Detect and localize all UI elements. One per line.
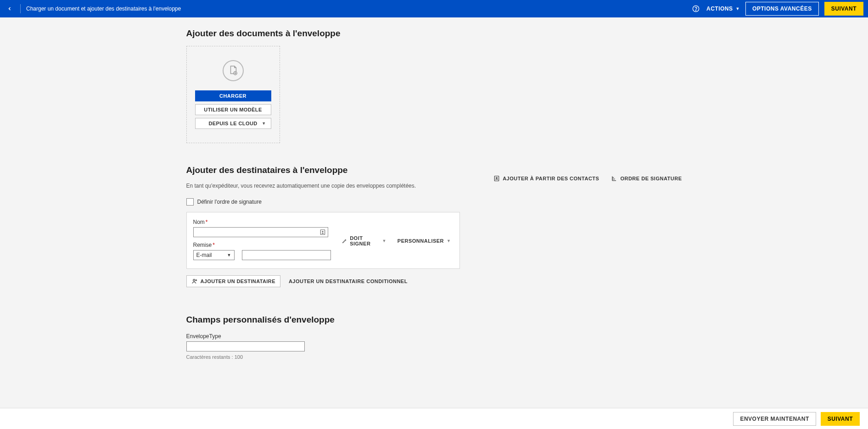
page-title: Charger un document et ajouter des desti…: [26, 6, 181, 12]
svg-point-8: [322, 231, 323, 232]
contact-picker-icon[interactable]: [319, 228, 326, 236]
back-button[interactable]: [5, 4, 15, 14]
name-label: Nom*: [193, 219, 331, 225]
remise-label: Remise*: [193, 242, 331, 248]
upload-dropzone[interactable]: CHARGER UTILISER UN MODÈLE DEPUIS LE CLO…: [186, 46, 280, 143]
caret-down-icon: ▼: [447, 239, 451, 243]
add-from-contacts-label: AJOUTER À PARTIR DES CONTACTS: [503, 176, 599, 181]
add-recipient-button[interactable]: AJOUTER UN DESTINATAIRE: [186, 275, 280, 287]
actions-label: ACTIONS: [706, 6, 733, 12]
load-button[interactable]: CHARGER: [195, 90, 271, 101]
customize-dropdown[interactable]: PERSONNALISER ▼: [398, 222, 451, 260]
contacts-icon: [493, 175, 500, 182]
name-input[interactable]: [193, 227, 328, 237]
email-input[interactable]: [242, 250, 331, 260]
recipient-card: Nom* Remise* E-mail ▼: [186, 212, 460, 269]
required-mark: *: [213, 242, 215, 248]
svg-point-6: [496, 177, 498, 178]
document-upload-icon: [223, 60, 244, 81]
define-order-checkbox[interactable]: [186, 198, 194, 206]
envelope-type-input[interactable]: [186, 341, 305, 351]
caret-down-icon: ▼: [382, 239, 386, 243]
svg-point-1: [695, 10, 696, 11]
name-label-text: Nom: [193, 219, 205, 225]
next-button-bottom[interactable]: SUIVANT: [821, 412, 860, 426]
bottom-bar: ENVOYER MAINTENANT SUIVANT: [0, 408, 868, 429]
delivery-selected: E-mail: [196, 252, 212, 258]
required-mark: *: [206, 219, 208, 225]
next-button-top[interactable]: SUIVANT: [824, 2, 863, 16]
caret-down-icon: ▼: [227, 253, 231, 257]
remise-label-text: Remise: [193, 242, 212, 248]
custom-fields-heading: Champs personnalisés d'enveloppe: [186, 315, 682, 325]
main-content: Ajouter des documents à l'enveloppe CHAR…: [0, 17, 868, 408]
upload-heading: Ajouter des documents à l'enveloppe: [186, 28, 682, 39]
must-sign-label: DOIT SIGNER: [350, 235, 379, 246]
send-now-button[interactable]: ENVOYER MAINTENANT: [733, 412, 816, 426]
from-cloud-label: DEPUIS LE CLOUD: [208, 121, 257, 126]
add-recipient-label: AJOUTER UN DESTINATAIRE: [201, 279, 275, 284]
caret-down-icon: ▼: [736, 6, 740, 11]
svg-point-9: [193, 279, 195, 281]
help-icon: [692, 5, 700, 12]
recipients-subtext: En tant qu'expéditeur, vous recevrez aut…: [186, 183, 416, 189]
from-cloud-button[interactable]: DEPUIS LE CLOUD ▼: [195, 118, 271, 129]
recipients-heading: Ajouter des destinataires à l'enveloppe: [186, 165, 416, 175]
chevron-left-icon: [7, 6, 12, 11]
top-bar: Charger un document et ajouter des desti…: [0, 0, 868, 17]
use-template-button[interactable]: UTILISER UN MODÈLE: [195, 104, 271, 115]
must-sign-dropdown[interactable]: DOIT SIGNER ▼: [342, 222, 386, 260]
actions-dropdown[interactable]: ACTIONS ▼: [706, 6, 740, 12]
add-from-contacts-link[interactable]: AJOUTER À PARTIR DES CONTACTS: [493, 175, 599, 182]
add-conditional-recipient-link[interactable]: AJOUTER UN DESTINATAIRE CONDITIONNEL: [289, 275, 408, 287]
sign-order-link[interactable]: ORDRE DE SIGNATURE: [611, 175, 682, 182]
add-conditional-label: AJOUTER UN DESTINATAIRE CONDITIONNEL: [289, 279, 408, 284]
customize-label: PERSONNALISER: [398, 238, 444, 244]
caret-down-icon: ▼: [262, 121, 266, 126]
characters-remaining: Caractères restants : 100: [186, 354, 682, 360]
envelope-type-label: EnvelopeType: [186, 333, 682, 340]
add-person-icon: [191, 278, 198, 284]
divider: [20, 4, 21, 13]
advanced-options-button[interactable]: OPTIONS AVANCÉES: [745, 2, 819, 16]
order-icon: [611, 175, 617, 182]
delivery-select[interactable]: E-mail ▼: [193, 250, 235, 260]
define-order-label: Définir l'ordre de signature: [197, 199, 262, 205]
sign-order-label: ORDRE DE SIGNATURE: [620, 176, 682, 181]
help-button[interactable]: [691, 4, 701, 14]
pen-icon: [342, 238, 347, 244]
